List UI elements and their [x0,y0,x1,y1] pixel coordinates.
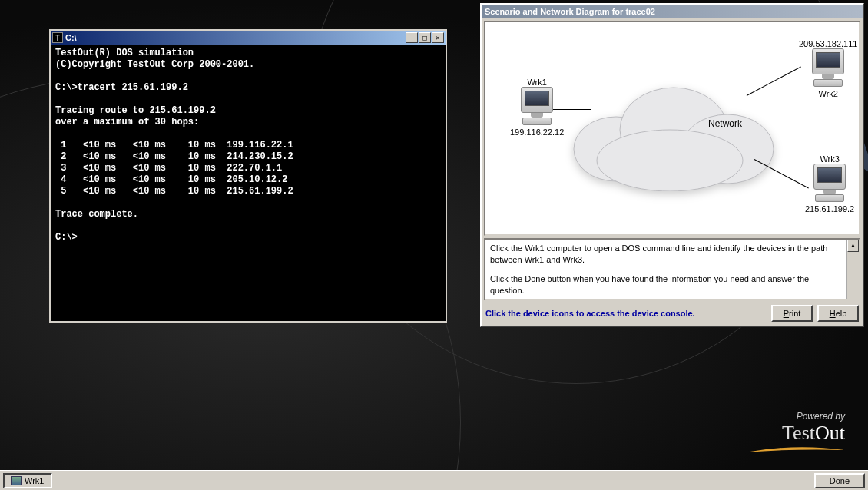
computer-icon [813,164,846,190]
print-button[interactable]: Print [771,305,813,322]
scenario-window: Scenario and Network Diagram for trace02… [480,3,864,327]
node-label: Wrk2 [799,89,857,98]
brand-logo: Powered by TestOut [745,411,845,455]
dos-window: T C:\ _ □ ✕ TestOut(R) DOS simulation (C… [49,29,447,323]
node-wrk1[interactable]: Wrk1 199.116.22.12 [510,78,564,137]
computer-icon [11,476,22,485]
brand-text-right: Out [815,422,845,444]
node-ip: 215.61.199.2 [805,204,854,214]
node-label: Wrk1 [510,78,564,87]
instructions-p2: Click the Done button when you have foun… [490,273,840,296]
computer-icon [521,87,553,113]
network-label: Network [708,118,742,129]
instructions-panel: Click the Wrk1 computer to open a DOS co… [484,238,860,300]
brand-text-left: Test [782,422,815,444]
maximize-button[interactable]: □ [419,32,431,43]
node-label: Wrk3 [805,154,854,164]
brand-swoosh-icon [745,446,845,454]
node-wrk3[interactable]: Wrk3 215.61.199.2 [805,154,854,214]
help-button[interactable]: Help [817,305,859,322]
scenario-titlebar[interactable]: Scenario and Network Diagram for trace02 [482,5,863,18]
node-wrk2[interactable]: 209.53.182.111 Wrk2 [799,38,857,98]
taskbar: Wrk1 Done [0,470,868,490]
scenario-title: Scenario and Network Diagram for trace02 [485,7,655,16]
node-ip: 209.53.182.111 [799,39,857,48]
computer-icon [812,48,844,74]
taskbar-task-wrk1[interactable]: Wrk1 [3,473,52,488]
done-button[interactable]: Done [814,473,865,488]
dos-console[interactable]: TestOut(R) DOS simulation (C)Copyright T… [51,45,446,247]
scroll-up-icon[interactable]: ▲ [847,240,859,252]
minimize-button[interactable]: _ [406,32,418,43]
task-label: Wrk1 [25,476,44,485]
instructions-p1: Click the Wrk1 computer to open a DOS co… [490,243,840,266]
hint-text: Click the device icons to access the dev… [485,309,767,318]
network-diagram: Network Wrk1 199.116.22.12 209.53.182.11… [484,21,860,236]
dos-app-icon: T [52,32,63,43]
scrollbar[interactable]: ▲ [846,240,859,299]
node-ip: 199.116.22.12 [510,127,564,137]
scenario-bottom-bar: Click the device icons to access the dev… [482,303,863,326]
close-button[interactable]: ✕ [432,32,444,43]
dos-titlebar[interactable]: T C:\ _ □ ✕ [51,31,446,45]
brand-tagline: Powered by [745,411,845,422]
dos-title: C:\ [65,33,406,42]
svg-point-4 [597,130,743,191]
